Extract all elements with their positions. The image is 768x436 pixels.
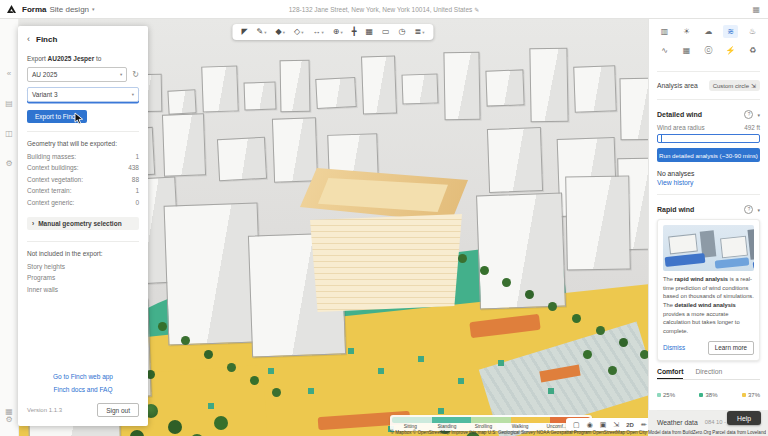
section-tool[interactable]: ▭ [382,28,390,36]
environment-tool[interactable]: ⊕▾ [333,28,343,36]
rapid-wind-title: Rapid wind [657,206,694,213]
wind-radius-value: 492 ft [744,124,760,131]
layers-tool[interactable]: ≣▾ [415,28,425,36]
building [244,81,277,110]
building [162,113,206,176]
finch-panel: ‹ Finch Export AU2025 Jesper to AU 2025▾… [18,26,148,426]
comfort-stat: 37% [742,392,760,398]
table-tool[interactable]: ▦ [365,28,373,36]
resize-icon: ⇲ [751,82,756,89]
sculpt-icon: ◆ [276,28,282,36]
legend-swatch-sitting [392,417,432,423]
left-rail: « ▤ ◫ ⚙ ▦ ⚙ [0,18,19,436]
no-analyses-label: No analyses [657,170,760,177]
help-button[interactable]: Help [727,411,761,425]
chevron-down-icon[interactable]: ▾ [757,207,760,213]
help-icon[interactable]: ? [744,205,753,214]
chevron-down-icon: ▾ [321,30,323,35]
gear-icon[interactable]: ⚙ [5,416,12,424]
excluded-header: Not included in the export: [27,250,139,257]
excluded-item: Programs [27,272,139,283]
view-history-link[interactable]: View history [657,179,760,186]
apps-grid-icon[interactable]: ▦ [752,5,760,14]
finch-docs-link[interactable]: Finch docs and FAQ [27,383,139,396]
sculpt-tool[interactable]: ◆▾ [276,28,285,36]
geometry-row: Context terrain:1 [27,185,139,196]
box-mode-icon[interactable]: ▢ [573,421,580,428]
edit-address-icon[interactable]: ✎ [474,7,479,13]
library-icon[interactable]: ◫ [5,130,13,138]
globe-icon: ⊕ [333,28,340,36]
panel-title: Finch [36,35,57,44]
chevron-down-icon: ▾ [120,72,122,77]
thermal-comfort-icon[interactable]: ♨ [745,25,760,38]
learn-more-button[interactable]: Learn more [708,341,754,355]
chevron-down-icon: ▾ [264,30,266,35]
building [280,60,311,113]
chevron-right-icon: › [32,220,34,227]
noise-icon[interactable]: ∿ [657,44,672,57]
microclimate-icon[interactable]: ♻ [745,44,760,57]
views-icon[interactable]: ▣ [600,421,607,428]
autodesk-logo-icon [7,5,16,14]
legend-swatch-standing [432,417,472,423]
run-detailed-analysis-button[interactable]: Run detailed analysis (~30-90 mins) [657,148,760,162]
excluded-item: Story heights [27,261,139,272]
collapse-icon[interactable]: « [7,70,11,78]
analysis-area-chip[interactable]: Custom circle ⇲ [709,80,760,91]
daylight-icon[interactable]: ☁ [701,25,716,38]
chevron-down-icon[interactable]: ▾ [92,6,95,12]
fullscreen-icon[interactable]: ⇲ [613,421,619,428]
back-icon[interactable]: ‹ [27,35,30,44]
sync-icon[interactable]: ↻ [132,70,139,79]
building [361,55,397,114]
chevron-down-icon[interactable]: ▾ [757,112,760,118]
solar-panel-icon[interactable]: ▦ [679,44,694,57]
select-tool[interactable]: ◤ [241,28,247,36]
teal-speckles [348,348,354,354]
rapid-wind-description: The rapid wind analysis is a real-time p… [663,275,754,336]
tab-direction[interactable]: Direction [695,368,722,379]
geometry-row: Context generic:0 [27,197,139,208]
building [272,117,318,182]
excluded-item: Inner walls [27,284,139,295]
help-icon[interactable]: ? [744,110,753,119]
geometry-row: Context buildings:438 [27,162,139,173]
tab-comfort[interactable]: Comfort [657,368,683,379]
building [487,127,543,193]
dismiss-link[interactable]: Dismiss [663,344,685,351]
legend-swatch-walking [511,417,551,423]
version-label: Version 1.1.3 [27,407,62,413]
clock-icon: ◷ [399,28,406,36]
annotate-pen-icon[interactable]: ✏ [641,421,647,428]
shapes-tool[interactable]: ◇▾ [294,28,303,36]
sun-hours-icon[interactable]: ☀ [679,25,694,38]
transform-tool[interactable]: ╋ [352,28,357,36]
visibility-icon[interactable]: ◉ [587,421,593,428]
measure-tool[interactable]: ↔▾ [312,28,323,36]
table-icon: ▦ [365,28,373,36]
wind-icon[interactable]: ≋ [723,25,738,38]
building [443,52,480,121]
embodied-carbon-icon[interactable]: ⓒ [701,44,716,57]
manual-geometry-selection[interactable]: › Manual geometry selection [27,217,139,230]
brand-name: Forma [22,5,46,14]
operational-energy-icon[interactable]: ⚡ [723,44,738,57]
building [565,175,631,270]
2d-mode-button[interactable]: 2D [626,422,634,428]
settings-icon[interactable]: ⚙ [5,160,12,168]
export-target-label: Export AU2025 Jesper to [27,55,139,62]
variant-select[interactable]: Variant 3▾ [27,87,139,102]
chevron-down-icon: ▾ [283,30,285,35]
product-switcher[interactable]: Site design [49,5,89,14]
panels-icon[interactable]: ▤ [5,100,13,108]
history-tool[interactable]: ◷ [399,28,406,36]
statistics-icon[interactable]: ▥ [657,25,672,38]
draw-tool[interactable]: ✎▾ [257,28,267,36]
analysis-name-input[interactable] [657,134,760,143]
finch-webapp-link[interactable]: Go to Finch web app [27,370,139,383]
hub-select[interactable]: AU 2025▾ [27,67,127,82]
sign-out-button[interactable]: Sign out [97,403,139,417]
wind-radius-label: Wind area radius [657,124,705,131]
select-icon: ◤ [241,28,247,36]
